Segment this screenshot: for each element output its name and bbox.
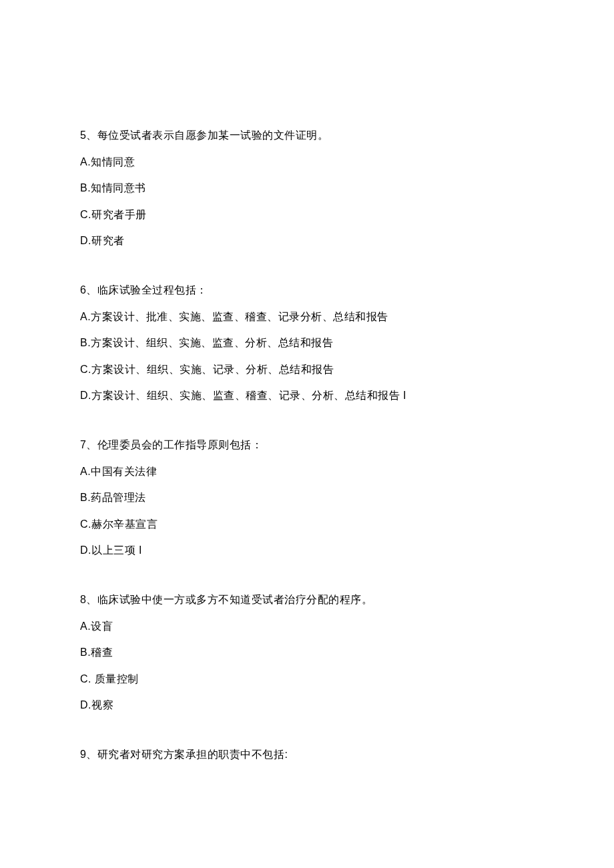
question-option: C.研究者手册	[80, 206, 534, 224]
question-option: A.方案设计、批准、实施、监查、稽查、记录分析、总结和报告	[80, 308, 534, 326]
question-option: D.以上三项 I	[80, 542, 534, 559]
question-option: A.设盲	[80, 618, 534, 635]
question-option: B.稽查	[80, 644, 534, 661]
question-stem: 9、研究者对研究方案承担的职责中不包括:	[80, 746, 534, 763]
question-6: 6、临床试验全过程包括： A.方案设计、批准、实施、监查、稽查、记录分析、总结和…	[80, 282, 534, 404]
question-stem: 5、每位受试者表示自愿参加某一试验的文件证明。	[80, 127, 534, 144]
question-stem: 8、临床试验中使一方或多方不知道受试者治疗分配的程序。	[80, 591, 534, 608]
question-option: B.方案设计、组织、实施、监查、分析、总结和报告	[80, 334, 534, 352]
question-option: D.研究者	[80, 232, 534, 250]
question-option: C.方案设计、组织、实施、记录、分析、总结和报告	[80, 361, 534, 378]
question-9: 9、研究者对研究方案承担的职责中不包括:	[80, 746, 534, 763]
question-8: 8、临床试验中使一方或多方不知道受试者治疗分配的程序。 A.设盲 B.稽查 C.…	[80, 591, 534, 714]
question-stem: 6、临床试验全过程包括：	[80, 282, 534, 299]
question-option: B.知情同意书	[80, 179, 534, 197]
question-option: A.中国有关法律	[80, 463, 534, 480]
question-5: 5、每位受试者表示自愿参加某一试验的文件证明。 A.知情同意 B.知情同意书 C…	[80, 127, 534, 250]
question-7: 7、伦理委员会的工作指导原则包括： A.中国有关法律 B.药品管理法 C.赫尔辛…	[80, 436, 534, 559]
question-option: A.知情同意	[80, 153, 534, 171]
question-stem: 7、伦理委员会的工作指导原则包括：	[80, 436, 534, 454]
question-option: D.方案设计、组织、实施、监查、稽查、记录、分析、总结和报告 I	[80, 387, 534, 404]
question-option: D.视察	[80, 697, 534, 714]
question-option: B.药品管理法	[80, 489, 534, 506]
question-option: C.赫尔辛基宣言	[80, 516, 534, 533]
question-option: C. 质量控制	[80, 671, 534, 688]
